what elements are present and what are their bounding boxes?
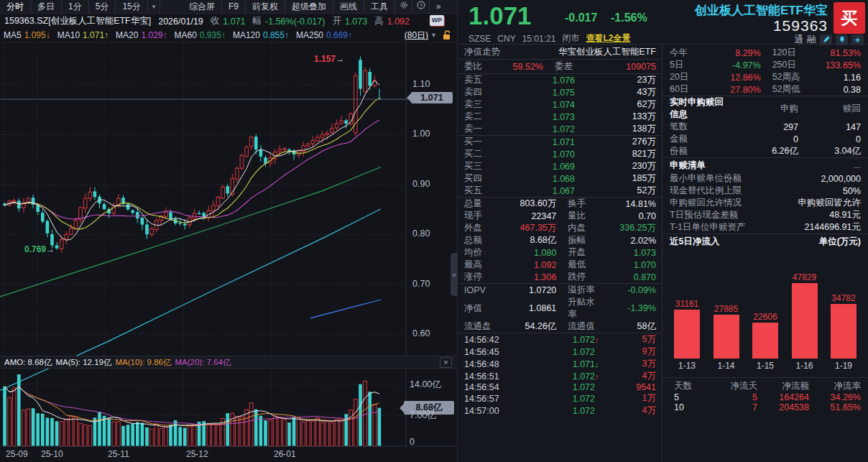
ask-4-label: 卖四 — [464, 86, 496, 98]
tick-volume: 5万 — [605, 333, 656, 346]
add-icon[interactable]: + — [851, 34, 864, 45]
amo-ma20-value: 7.64亿 — [207, 358, 231, 366]
symbol-code[interactable]: 159363.SZ[创业板人工智能ETF华宝] — [4, 15, 151, 27]
date: 2026/01/19 — [158, 17, 203, 27]
bid-1-price[interactable]: 1.071 — [496, 137, 575, 147]
more-icon[interactable]: » — [430, 0, 447, 14]
ask-4-price[interactable]: 1.075 — [496, 88, 575, 98]
rt-col-redeem: 赎回 — [798, 103, 861, 115]
menu-item-5[interactable]: 画线 — [333, 0, 364, 14]
tick-price: 1.071 — [516, 359, 595, 369]
stat-label: 流通盘 — [464, 320, 496, 333]
tab-3[interactable]: 1分 — [62, 0, 89, 14]
bell-icon[interactable] — [836, 34, 848, 45]
triangle-down-icon[interactable]: ▼ — [430, 32, 437, 39]
weicha-value: 109075 — [583, 62, 656, 72]
flow-cell: 5 — [706, 392, 757, 402]
menu-item-4[interactable]: 超级叠加 — [285, 0, 333, 14]
rt-redeem-value: 147 — [798, 122, 861, 132]
perf-value: 8.29% — [703, 48, 761, 58]
kline-chart[interactable] — [0, 0, 458, 462]
list-row: 申购赎回允许情况申购赎回皆允许 — [662, 197, 868, 209]
net-inflow-dates: 1-131-141-151-161-19 — [662, 359, 868, 374]
tick-price: 1.072 — [516, 382, 595, 392]
bid-1[interactable]: 买一1.071276万 — [458, 135, 662, 148]
edit-icon[interactable] — [820, 34, 832, 45]
collapse-handle[interactable]: » — [451, 253, 458, 296]
bid-3[interactable]: 买三1.069230万 — [458, 160, 662, 172]
tab-4[interactable]: 5分 — [89, 0, 116, 14]
ask-4[interactable]: 卖四1.07543万 — [458, 86, 662, 98]
ask-1[interactable]: 卖一1.072138万 — [458, 123, 662, 135]
flow-header-1: 天数 — [670, 380, 706, 392]
menu-item-1[interactable]: 综合屏 — [183, 0, 222, 14]
lock-open-icon[interactable] — [442, 30, 451, 42]
flow-bar-date: 1-19 — [826, 361, 861, 374]
bid-2[interactable]: 买二1.070821万 — [458, 148, 662, 160]
ask-2-price[interactable]: 1.073 — [496, 112, 575, 122]
currency-label: CNY — [497, 34, 515, 44]
l2-link[interactable]: 查看L2全景 — [586, 32, 630, 45]
stat-row: 外盘467.35万内盘336.25万 — [458, 222, 662, 234]
ask-3-price[interactable]: 1.074 — [496, 100, 575, 110]
nav-trend-link[interactable]: 净值走势 — [464, 46, 500, 58]
tab-5[interactable]: 15分 — [116, 0, 147, 14]
period-label[interactable]: (80日) — [405, 29, 428, 42]
bid-4-price[interactable]: 1.068 — [496, 174, 575, 184]
price-change: -0.017 — [565, 11, 597, 24]
stat-label: 跌停 — [556, 271, 601, 283]
buy-button[interactable]: 买 — [834, 2, 865, 34]
chevron-down-icon[interactable]: ▾ — [148, 0, 161, 14]
list-value: 2144696.91元 — [746, 221, 861, 234]
ask-1-label: 卖一 — [464, 123, 496, 135]
ask-1-price[interactable]: 1.072 — [496, 124, 575, 134]
flow-table-header: 天数净流天净流额净流率 — [662, 380, 868, 392]
ask-3[interactable]: 卖三1.07462万 — [458, 98, 662, 111]
tick-volume: 9万 — [605, 346, 656, 358]
stat-label: 振幅 — [556, 234, 601, 246]
menu-item-3[interactable]: 前复权 — [246, 0, 285, 14]
flow-bar-1-16: 47829 — [788, 259, 822, 359]
stat-label: 开盘 — [556, 246, 601, 259]
bid-3-label: 买三 — [464, 160, 496, 172]
ask-5[interactable]: 卖五1.07623万 — [458, 73, 662, 86]
amo-ma5-label: MA(5): — [55, 358, 80, 366]
tick-price: 1.072 — [516, 394, 595, 404]
bid-3-price[interactable]: 1.069 — [496, 162, 575, 172]
perf-value: -4.97% — [703, 60, 761, 70]
ma-value: 0.669↑ — [326, 30, 352, 40]
close-icon[interactable]: × — [440, 357, 452, 368]
more-ellipsis-icon[interactable]: ... — [854, 160, 861, 170]
wp-badge[interactable]: WP — [430, 15, 444, 26]
rt-row: 份额6.26亿3.04亿 — [662, 145, 868, 157]
bid-2-price[interactable]: 1.070 — [496, 149, 575, 160]
bid-5-label: 买五 — [464, 185, 496, 197]
list-title: 申赎清单 — [670, 160, 854, 172]
current-price: 1.071 — [468, 1, 532, 30]
ask-2[interactable]: 卖二1.073133万 — [458, 111, 662, 123]
stat-value: 8.68亿 — [496, 234, 556, 246]
tab-2[interactable]: 多日 — [31, 0, 62, 14]
tick-volume: 1万 — [605, 392, 656, 405]
tab-1[interactable]: 分时 — [0, 0, 31, 14]
ma-label: MA250 — [296, 30, 323, 40]
flow-bar-value: 34782 — [831, 293, 855, 303]
period-selector[interactable]: (80日) ▼ — [405, 29, 437, 42]
ma-item-ma250: MA2500.669↑ — [296, 30, 352, 40]
ask-3-label: 卖三 — [464, 98, 496, 111]
ask-5-price[interactable]: 1.076 — [496, 75, 575, 86]
performance-grid: 今年8.29%120日81.53%5日-4.97%250日133.65%20日1… — [662, 45, 868, 96]
bid-5[interactable]: 买五1.06752万 — [458, 185, 662, 197]
menu-item-2[interactable]: F9 — [222, 0, 246, 14]
stat-label: 现手 — [464, 210, 496, 222]
list-row: 最小申赎单位份额2,000,000 — [662, 172, 868, 185]
stat-label: 均价 — [464, 246, 496, 259]
fund-full-name[interactable]: 华宝创业板人工智能ETF — [558, 46, 656, 58]
help-icon[interactable]: ? — [412, 0, 430, 14]
bid-4[interactable]: 买四1.068185万 — [458, 172, 662, 185]
ma-item-ma20: MA201.029↑ — [116, 30, 167, 40]
gear-icon[interactable] — [395, 0, 412, 14]
bid-5-price[interactable]: 1.067 — [496, 186, 575, 196]
menu-item-6[interactable]: 工具 — [364, 0, 395, 14]
flow-title: 近5日净流入 — [670, 236, 819, 248]
